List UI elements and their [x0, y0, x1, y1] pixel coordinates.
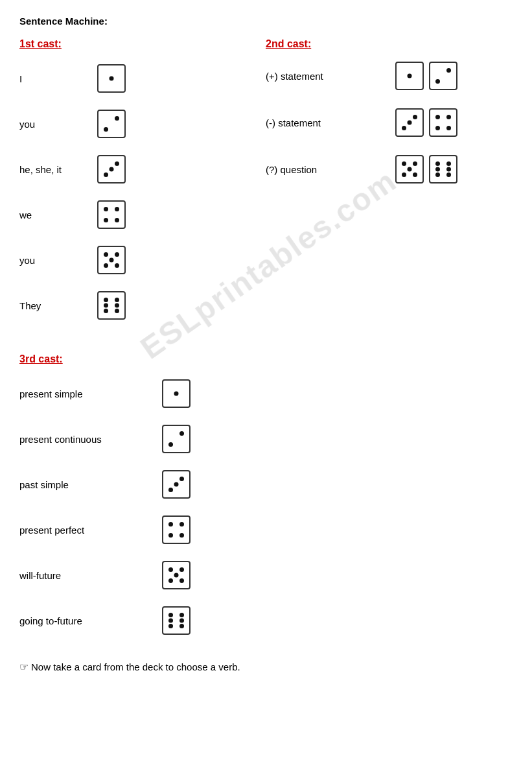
die-cast1-4 — [97, 200, 126, 229]
cast1-row-1: I — [19, 62, 240, 95]
die-cast2-1a — [395, 62, 424, 90]
die-cast3-6 — [162, 606, 191, 635]
cast3-section: 3rd cast: present simple present continu… — [19, 353, 513, 637]
cast3-label-1: present simple — [19, 388, 162, 399]
cast2-label-1: (+) statement — [266, 71, 395, 82]
cast1-row-2: you — [19, 107, 240, 141]
footer-note: ☞ Now take a card from the deck to choos… — [19, 661, 513, 673]
cast2-row-3: (?) question — [266, 155, 513, 184]
cast1-row-5: you — [19, 243, 240, 277]
finger-icon: ☞ — [19, 661, 29, 673]
cast3-title: 3rd cast: — [19, 353, 513, 365]
die-cast1-6 — [97, 291, 126, 320]
cast3-row-5: will-future — [19, 558, 513, 592]
die-cast3-3 — [162, 470, 191, 499]
cast1-label-1: I — [19, 73, 97, 84]
die-cast2-2b — [429, 108, 457, 137]
die-cast2-1b — [429, 62, 457, 90]
cast3-row-2: present continuous — [19, 422, 513, 456]
cast3-label-5: will-future — [19, 570, 162, 581]
cast2-row-1: (+) statement — [266, 62, 513, 90]
cast1-title: 1st cast: — [19, 38, 240, 50]
footer-text: Now take a card from the deck to choose … — [31, 661, 240, 672]
cast1-row-6: They — [19, 289, 240, 322]
cast3-label-4: present perfect — [19, 525, 162, 536]
die-cast3-2 — [162, 425, 191, 453]
cast2-label-3: (?) question — [266, 164, 395, 175]
page-title: Sentence Machine: — [19, 16, 513, 27]
die-cast3-4 — [162, 515, 191, 544]
die-cast2-3a — [395, 155, 424, 184]
cast1-label-4: we — [19, 209, 97, 220]
cast3-row-1: present simple — [19, 377, 513, 410]
cast2-title: 2nd cast: — [266, 38, 513, 50]
cast3-label-3: past simple — [19, 479, 162, 490]
cast3-row-3: past simple — [19, 468, 513, 501]
cast1-label-6: They — [19, 300, 97, 311]
die-cast3-5 — [162, 561, 191, 589]
cast1-row-3: he, she, it — [19, 152, 240, 186]
die-cast2-3b — [429, 155, 457, 184]
cast1-label-2: you — [19, 119, 97, 130]
cast1-label-5: you — [19, 255, 97, 266]
die-cast3-1 — [162, 379, 191, 408]
die-cast1-1 — [97, 64, 126, 93]
cast1-row-4: we — [19, 198, 240, 231]
cast2-row-2: (-) statement — [266, 108, 513, 137]
die-cast1-5 — [97, 246, 126, 274]
cast3-label-2: present continuous — [19, 434, 162, 445]
cast2-label-2: (-) statement — [266, 117, 395, 128]
cast1-label-3: he, she, it — [19, 164, 97, 175]
cast3-row-4: present perfect — [19, 513, 513, 547]
die-cast2-2a — [395, 108, 424, 137]
cast3-label-6: going to-future — [19, 615, 162, 626]
die-cast1-2 — [97, 110, 126, 138]
cast3-row-6: going to-future — [19, 604, 513, 637]
die-cast1-3 — [97, 155, 126, 184]
